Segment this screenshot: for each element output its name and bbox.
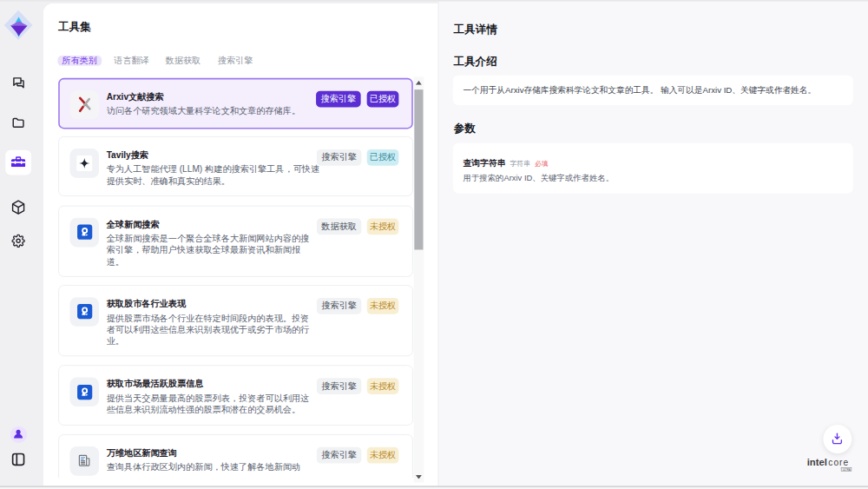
svg-text:intel: intel [807,457,827,467]
svg-text:ULTRA: ULTRA [843,468,851,472]
svg-text:core: core [828,458,849,467]
